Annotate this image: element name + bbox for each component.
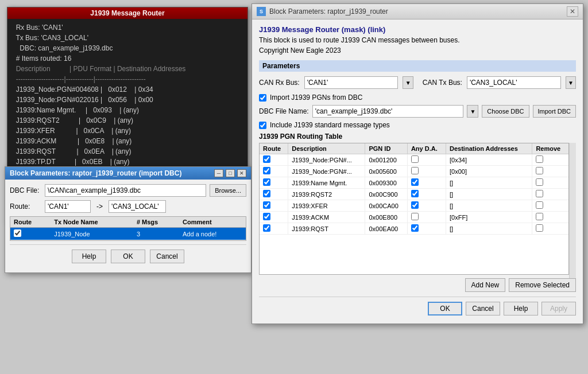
remove-checkbox[interactable] [536, 213, 543, 220]
cancel-button[interactable]: Cancel [466, 302, 500, 315]
remove-selected-button[interactable]: Remove Selected [509, 278, 576, 292]
route-from-input[interactable] [45, 200, 91, 213]
import-dbc-button[interactable]: Import DBC [533, 105, 576, 118]
remove-cell[interactable] [532, 212, 568, 223]
remove-checkbox[interactable] [536, 190, 543, 197]
routing-table-row: J1939:XFER 0x00CA00 [] [260, 200, 568, 212]
any-da-cell[interactable] [407, 223, 446, 235]
any-da-checkbox[interactable] [411, 224, 419, 232]
block-close-button[interactable]: ✕ [567, 6, 578, 17]
minimize-button[interactable]: ─ [214, 169, 223, 177]
routing-table-scrollbar[interactable] [569, 143, 576, 278]
terminal-line: J1939_Node:PGN#004608 | 0x012 | 0x34 [12, 84, 243, 95]
remove-cell[interactable] [532, 154, 568, 166]
col-tx-node: Tx Node Name [51, 217, 133, 228]
remove-cell[interactable] [532, 177, 568, 189]
dbc-file-name-row: DBC File Name: ▼ Choose DBC Import DBC [259, 105, 576, 118]
remove-checkbox[interactable] [536, 167, 543, 174]
block-params-title: Block Parameters: raptor_j1939_router [269, 7, 388, 15]
can-tx-input[interactable] [467, 76, 561, 89]
remove-checkbox[interactable] [536, 224, 543, 232]
route-checkbox[interactable] [263, 201, 270, 209]
route-cell[interactable] [260, 166, 288, 177]
any-da-cell[interactable] [407, 154, 446, 166]
dbc-file-dropdown[interactable]: ▼ [467, 105, 478, 118]
route-checkbox[interactable] [14, 229, 21, 237]
remove-cell[interactable] [532, 166, 568, 177]
route-checkbox[interactable] [263, 190, 270, 197]
import-table-header: Route Tx Node Name # Msgs Comment [10, 217, 246, 228]
any-da-cell[interactable] [407, 177, 446, 189]
import-pgns-checkbox[interactable] [259, 94, 266, 102]
help-button[interactable]: Help [504, 302, 538, 315]
choose-dbc-button[interactable]: Choose DBC [482, 105, 529, 118]
import-table: Route Tx Node Name # Msgs Comment J1939_… [10, 217, 246, 240]
terminal-line: Description | PDU Format | Destination A… [12, 64, 243, 74]
cancel-button[interactable]: Cancel [150, 250, 184, 263]
apply-button[interactable]: Apply [541, 302, 576, 315]
route-cell[interactable] [10, 228, 51, 240]
ok-button[interactable]: OK [428, 302, 462, 315]
any-da-checkbox[interactable] [411, 167, 419, 174]
remove-cell[interactable] [532, 189, 568, 200]
help-button[interactable]: Help [72, 250, 106, 263]
any-da-checkbox[interactable] [411, 178, 419, 186]
any-da-cell[interactable] [407, 166, 446, 177]
remove-cell[interactable] [532, 200, 568, 212]
remove-checkbox[interactable] [536, 201, 543, 209]
col-remove: Remove [532, 143, 568, 154]
add-new-button[interactable]: Add New [465, 278, 506, 292]
dbc-file-input[interactable] [45, 184, 206, 197]
any-da-cell[interactable] [407, 200, 446, 212]
can-rx-input[interactable] [304, 76, 399, 89]
route-cell[interactable] [260, 154, 288, 166]
remove-checkbox[interactable] [536, 178, 543, 186]
route-cell[interactable] [260, 223, 288, 235]
close-button[interactable]: ✕ [237, 169, 246, 177]
terminal-line: J1939:XFER | 0x0CA | (any) [12, 126, 243, 136]
any-da-checkbox[interactable] [411, 213, 419, 220]
route-checkbox[interactable] [263, 213, 270, 220]
terminal-line: Tx Bus: 'CAN3_LOCAL' [12, 33, 243, 43]
any-da-checkbox[interactable] [411, 155, 419, 163]
route-cell[interactable] [260, 212, 288, 223]
block-params-dialog: S Block Parameters: raptor_j1939_router … [252, 3, 583, 324]
route-checkbox[interactable] [263, 224, 270, 232]
routing-table-wrapper: Route Description PGN ID Any D.A. Destin… [259, 143, 576, 278]
dbc-file-name-input[interactable] [312, 105, 464, 118]
can-tx-label: CAN Tx Bus: [423, 79, 462, 87]
route-cell[interactable] [260, 189, 288, 200]
import-dialog-title: Block Parameters: raptor_j1939_router (i… [10, 169, 181, 177]
block-titlebar-left: S Block Parameters: raptor_j1939_router [257, 7, 388, 16]
dbc-file-name-label: DBC File Name: [259, 107, 309, 115]
routing-table-container[interactable]: Route Description PGN ID Any D.A. Destin… [259, 143, 569, 275]
route-checkbox[interactable] [263, 167, 270, 174]
can-rx-dropdown[interactable]: ▼ [403, 76, 413, 89]
route-label: Route: [10, 202, 41, 211]
route-cell[interactable] [260, 177, 288, 189]
route-cell[interactable] [260, 200, 288, 212]
import-pgns-label: Import J1939 PGNs from DBC [270, 94, 362, 102]
restore-button[interactable]: □ [226, 169, 235, 177]
terminal-titlebar: J1939 Message Router [7, 7, 247, 19]
any-da-checkbox[interactable] [411, 201, 419, 209]
col-dest-addr: Destination Addresses [446, 143, 532, 154]
col-pgn-id: PGN ID [365, 143, 407, 154]
remove-cell[interactable] [532, 223, 568, 235]
block-copyright: Copyright New Eagle 2023 [259, 46, 576, 54]
ok-button[interactable]: OK [111, 250, 145, 263]
can-tx-dropdown[interactable]: ▼ [566, 76, 576, 89]
terminal-line: J1939:TP.DT | 0x0EB | (any) [12, 157, 243, 167]
any-da-cell[interactable] [407, 212, 446, 223]
route-to-input[interactable] [109, 200, 166, 213]
terminal-line: Rx Bus: 'CAN1' [12, 22, 243, 33]
route-checkbox[interactable] [263, 178, 270, 186]
include-standard-checkbox[interactable] [259, 122, 266, 129]
browse-button[interactable]: Browse... [210, 184, 246, 197]
routing-table-header: Route Description PGN ID Any D.A. Destin… [260, 143, 568, 154]
remove-checkbox[interactable] [536, 155, 543, 163]
any-da-checkbox[interactable] [411, 190, 419, 197]
dest-addr-cell: [] [446, 223, 532, 235]
any-da-cell[interactable] [407, 189, 446, 200]
route-checkbox[interactable] [263, 155, 270, 163]
